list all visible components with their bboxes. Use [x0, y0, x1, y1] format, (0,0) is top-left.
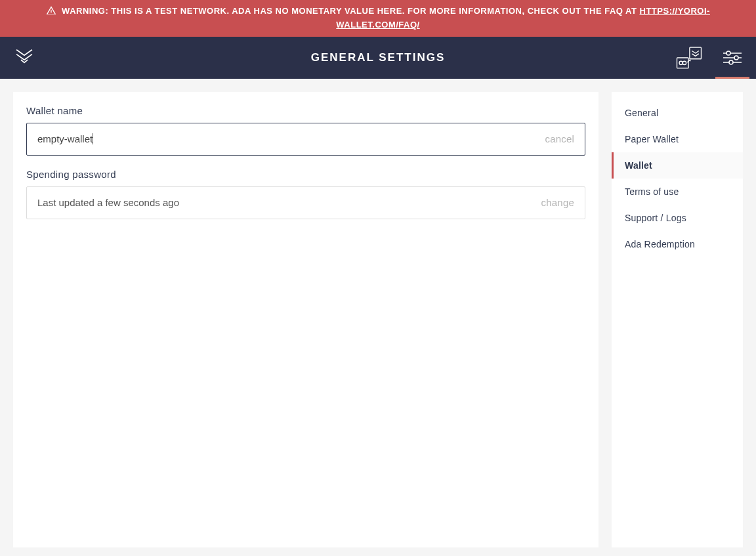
main-panel: Wallet name empty-wallet cancel Spending… — [13, 92, 598, 547]
settings-sidebar: General Paper Wallet Wallet Terms of use… — [612, 92, 743, 547]
warning-text: WARNING: THIS IS A TEST NETWORK. ADA HAS… — [62, 6, 639, 16]
spending-password-label: Spending password — [26, 169, 585, 180]
wallet-name-cancel-button[interactable]: cancel — [545, 133, 574, 144]
svg-point-7 — [734, 56, 738, 60]
settings-button[interactable] — [722, 37, 743, 79]
svg-point-2 — [679, 61, 682, 64]
warning-banner: WARNING: THIS IS A TEST NETWORK. ADA HAS… — [0, 0, 756, 37]
sidebar-item-terms-of-use[interactable]: Terms of use — [612, 179, 743, 205]
spending-password-change-button[interactable]: change — [541, 197, 574, 208]
spending-password-row[interactable]: Last updated a few seconds ago change — [26, 186, 585, 219]
spending-password-status: Last updated a few seconds ago — [37, 197, 541, 208]
logo-icon[interactable] — [13, 45, 35, 70]
sidebar-item-ada-redemption[interactable]: Ada Redemption — [612, 231, 743, 257]
page-title: GENERAL SETTINGS — [0, 51, 756, 64]
svg-point-3 — [682, 61, 686, 64]
sidebar-item-general[interactable]: General — [612, 100, 743, 126]
svg-point-5 — [726, 51, 730, 55]
wallet-name-block: Wallet name empty-wallet cancel — [26, 105, 585, 156]
wallet-name-input[interactable]: empty-wallet — [37, 133, 93, 144]
topbar: GENERAL SETTINGS — [0, 37, 756, 79]
warning-icon — [46, 5, 56, 16]
wallet-transfer-button[interactable] — [675, 37, 704, 79]
svg-point-9 — [729, 60, 733, 64]
wallet-name-label: Wallet name — [26, 105, 585, 116]
spending-password-block: Spending password Last updated a few sec… — [26, 169, 585, 219]
sidebar-item-support-logs[interactable]: Support / Logs — [612, 205, 743, 231]
wallet-name-row[interactable]: empty-wallet cancel — [26, 123, 585, 156]
sidebar-item-paper-wallet[interactable]: Paper Wallet — [612, 126, 743, 152]
sidebar-item-wallet[interactable]: Wallet — [612, 152, 743, 179]
